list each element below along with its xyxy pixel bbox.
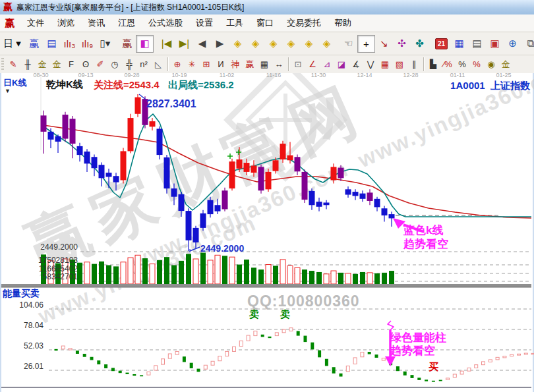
brush-icon[interactable]: ✎ (6, 57, 20, 72)
menu-item-4[interactable]: 公式选股 (142, 14, 189, 32)
diamond-left-icon[interactable]: ◈ (229, 35, 247, 53)
calendar-21-icon[interactable]: 21 (432, 35, 450, 53)
calendar-21-glyph: 21 (435, 38, 448, 49)
chart-area[interactable]: 赢家财富网 www.yingjia360.com www.yingjia360.… (0, 73, 534, 392)
gann-shape-purple-icon[interactable]: ✣ (393, 35, 411, 53)
date-label: 09-13 (74, 73, 98, 78)
remote-pc-icon[interactable]: ⧉ (521, 35, 534, 53)
web-box-glyph: ⊞ (203, 59, 210, 69)
gold-line-icon[interactable]: 金 (498, 57, 513, 72)
menu-item-0[interactable]: 文件 (20, 14, 51, 32)
time-circle-icon[interactable]: ◷ (107, 57, 122, 72)
percent-icon[interactable]: % (455, 57, 469, 72)
spiral-icon[interactable]: ʘ (78, 57, 93, 72)
v-lines-icon[interactable]: ⋁ (363, 57, 378, 72)
menu-item-6[interactable]: 工具 (220, 14, 250, 32)
indicator-title: 能量买卖 (3, 288, 40, 300)
menu-item-5[interactable]: 设置 (189, 14, 220, 32)
web-globe-icon[interactable]: ⊕ (504, 35, 521, 53)
ruler-pen-icon[interactable]: ✐ (93, 57, 107, 72)
menu-item-1[interactable]: 浏览 (51, 14, 81, 32)
shen-tool-icon[interactable]: 神 (228, 57, 243, 72)
gann-fence-f-icon[interactable]: F (64, 57, 78, 72)
fence2-icon[interactable]: ╬ (122, 57, 136, 72)
last-page-icon[interactable]: ▶| (175, 35, 193, 53)
red-grid-icon[interactable]: ▦ (378, 57, 392, 72)
next-page-icon[interactable]: ▶ (211, 35, 229, 53)
percent-slash-icon[interactable]: ∕% (440, 57, 455, 72)
kline-3-glyph: ılı₃ (64, 38, 76, 49)
crosshair-tool-icon[interactable]: + (357, 35, 375, 53)
winner-gann-icon[interactable]: 赢 (118, 35, 136, 53)
info-board-icon[interactable]: ▤ (43, 35, 61, 53)
first-page-icon[interactable]: |◀ (158, 35, 175, 53)
fan-box1-icon[interactable]: ⊿ (320, 57, 334, 72)
notepad-icon[interactable]: ▤ (468, 35, 486, 53)
gann-fence-gold1-icon[interactable]: 金 (35, 57, 49, 72)
grid-tool-icon[interactable]: ▦ (257, 57, 272, 72)
kline-3-icon[interactable]: ılı₃ (61, 35, 78, 53)
calculator-icon[interactable]: ▦ (450, 35, 468, 53)
calculator-glyph: ▦ (454, 38, 463, 49)
period-dropdown-icon[interactable]: ▼ (5, 88, 11, 94)
prev-page-icon[interactable]: ◀ (193, 35, 211, 53)
gann-shape-teal-icon[interactable]: ✤ (411, 35, 429, 53)
shen-tool-glyph: 神 (231, 59, 240, 70)
set-square-icon[interactable]: ◺ (151, 57, 165, 72)
toolbar-separator (288, 57, 289, 71)
diamond-up-icon[interactable]: ◈ (300, 35, 318, 53)
percent-line-icon[interactable]: % (469, 57, 484, 72)
save-disk-icon[interactable]: ▣ (486, 35, 504, 53)
fan-box2-icon[interactable]: ◪ (334, 57, 349, 72)
menu-item-8[interactable]: 交易委托 (280, 14, 328, 32)
fan-box1-glyph: ⊿ (324, 59, 331, 69)
gann-fence-icon[interactable]: ╫ (20, 57, 35, 72)
period-selector-icon[interactable]: 日 ▾ (3, 35, 21, 53)
ying-tool-icon[interactable]: 赢 (243, 57, 257, 72)
red-grid-arrow-icon[interactable]: ▧ (392, 57, 407, 72)
brush-glyph: ✎ (10, 59, 17, 69)
winner-main-icon[interactable]: 赢 (25, 35, 43, 53)
spider-web-icon[interactable]: ✳ (185, 57, 199, 72)
trendline-tool-icon[interactable]: ↘ (375, 35, 393, 53)
menu-item-3[interactable]: 江恩 (111, 14, 142, 32)
gold-circle-icon[interactable]: ◉ (484, 57, 498, 72)
hand-tool-icon[interactable]: ☜ (340, 35, 357, 53)
low-price-label: 2449.2000 (200, 243, 244, 254)
circle-cross-icon[interactable]: ⊕ (170, 57, 185, 72)
diamond-expand-icon[interactable]: ◈ (264, 35, 282, 53)
span-tool-icon[interactable]: ↔ (272, 57, 286, 72)
menu-item-7[interactable]: 窗口 (250, 14, 280, 32)
diamond-down-icon[interactable]: ◈ (318, 35, 336, 53)
v-lines-glyph: ⋁ (367, 59, 374, 69)
diamond-shrink-icon[interactable]: ◈ (282, 35, 300, 53)
grid-tool-glyph: ▦ (260, 59, 268, 69)
parallel-lines-glyph: ∥ (412, 59, 417, 69)
stats-bars-icon[interactable]: ▙ (426, 57, 440, 72)
menu-item-9[interactable]: 帮助 (328, 14, 358, 32)
gann-fence-gold2-icon[interactable]: 金 (49, 57, 64, 72)
web-box-icon[interactable]: ⊞ (199, 57, 214, 72)
symbol-label: 1A0001 上证指数 (450, 80, 530, 92)
menu-item-2[interactable]: 资讯 (81, 14, 111, 32)
crosshair-tool-glyph: + (363, 38, 369, 49)
color-chart-icon[interactable]: ◧ (136, 35, 154, 53)
date-label: 12-28 (399, 73, 423, 78)
spiral-glyph: ʘ (82, 59, 89, 69)
percent-slash-glyph: ∕% (443, 59, 452, 69)
parallel-lines-icon[interactable]: ∥ (407, 57, 421, 72)
diamond-right-icon[interactable]: ◈ (247, 35, 264, 53)
box-select-icon[interactable]: ⊡ (291, 57, 305, 72)
red-grid-glyph: ▦ (381, 59, 389, 69)
angle-lines-icon[interactable]: ∡ (349, 57, 363, 72)
title-bar: 赢 赢家江恩专业版[赢家服务平台] - [上证指数 SH1A0001-105日K… (0, 0, 534, 14)
indicator-axis-label: 52.03 (1, 341, 44, 350)
candle-style-icon[interactable]: ▯▾ (96, 35, 114, 53)
wave-tool-icon[interactable]: И (214, 57, 228, 72)
gann-fan-icon[interactable]: ∠ (305, 57, 320, 72)
watermark-url: www.yingjia360.com (127, 156, 352, 275)
diamond-left-glyph: ◈ (234, 38, 242, 49)
kline-9-icon[interactable]: ılı₉ (78, 35, 96, 53)
n-square-icon[interactable]: n² (136, 57, 151, 72)
toolbar-drag-handle[interactable] (1, 58, 4, 71)
